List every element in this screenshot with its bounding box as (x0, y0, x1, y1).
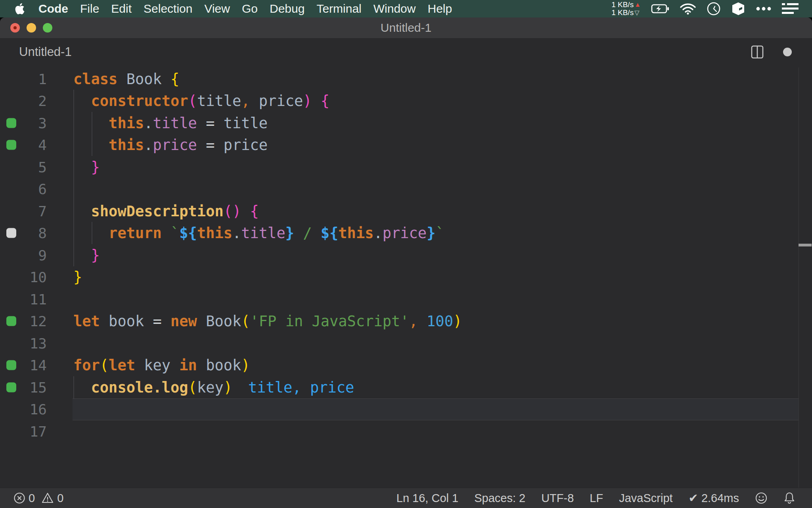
window-title: Untitled-1 (0, 17, 812, 38)
code-text: return `${this.title} / ${this.price}` (73, 225, 444, 242)
wifi-icon[interactable] (680, 3, 696, 15)
cursor-position[interactable]: Ln 16, Col 1 (396, 492, 458, 505)
code-text: class Book { (73, 70, 179, 87)
code-line-3[interactable]: 3 this.title = title (0, 112, 812, 134)
tab-untitled-1[interactable]: Untitled-1 (19, 45, 72, 59)
title-bar: Untitled-1 (0, 17, 812, 38)
menu-item-go[interactable]: Go (236, 2, 264, 15)
line-number: 2 (0, 93, 47, 109)
download-arrow-icon: ▽ (634, 9, 641, 17)
code-line-6[interactable]: 6 (0, 178, 812, 200)
menu-item-code[interactable]: Code (33, 2, 74, 15)
modified-dot[interactable] (783, 48, 792, 56)
encoding-setting[interactable]: UTF-8 (541, 492, 574, 505)
quokka-inline-output: title, price (248, 379, 354, 396)
menu-item-help[interactable]: Help (421, 2, 458, 15)
apple-icon[interactable] (14, 2, 26, 16)
line-number: 5 (0, 159, 47, 175)
perf-value: 2.64ms (701, 492, 739, 505)
ellipsis-icon[interactable] (756, 6, 772, 11)
menu-item-view[interactable]: View (198, 2, 236, 15)
split-editor-icon[interactable] (751, 45, 764, 59)
code-lines: 1class Book {2 constructor(title, price)… (0, 66, 812, 443)
line-number: 3 (0, 115, 47, 131)
code-line-1[interactable]: 1class Book { (0, 68, 812, 90)
code-text: console.log(key)title, price (73, 379, 354, 396)
error-count: 0 (29, 492, 35, 505)
menu-items: CodeFileEditSelectionViewGoDebugTerminal… (33, 2, 458, 15)
menu-item-window[interactable]: Window (368, 2, 422, 15)
line-number: 7 (0, 203, 47, 219)
line-number: 15 (0, 379, 47, 395)
code-text: constructor(title, price) { (73, 92, 329, 110)
code-line-8[interactable]: 8 return `${this.title} / ${this.price}` (0, 222, 812, 244)
battery-charging-icon[interactable] (651, 4, 669, 14)
eol-setting[interactable]: LF (590, 492, 603, 505)
code-text: } (73, 158, 100, 175)
quokka-perf[interactable]: ✔ 2.64ms (689, 491, 739, 505)
line-number: 16 (0, 401, 47, 418)
line-number: 10 (0, 269, 47, 285)
menu-item-file[interactable]: File (74, 2, 105, 15)
line-number: 1 (0, 71, 47, 87)
line-number: 13 (0, 335, 47, 351)
code-line-5[interactable]: 5 } (0, 156, 812, 178)
net-up-label: 1 KB/s (611, 1, 634, 9)
cube-app-icon[interactable] (731, 2, 745, 16)
upload-arrow-icon: ▲ (634, 1, 641, 9)
code-text: } (73, 269, 82, 286)
line-number: 14 (0, 357, 47, 373)
net-down-label: 1 KB/s (611, 9, 634, 17)
notifications-bell-icon[interactable] (783, 492, 795, 504)
menu-bar-status: 1 KB/s 1 KB/s ▲ ▽ (611, 0, 799, 17)
menu-item-edit[interactable]: Edit (105, 2, 138, 15)
code-line-11[interactable]: 11 (0, 288, 812, 310)
clock-icon[interactable] (707, 2, 721, 16)
code-text: this.title = title (73, 114, 268, 131)
code-text: showDescription() { (73, 202, 259, 219)
line-number: 8 (0, 225, 47, 241)
menu-item-debug[interactable]: Debug (264, 2, 310, 15)
code-text: this.price = price (73, 137, 268, 154)
code-line-17[interactable]: 17 (0, 420, 812, 443)
code-line-12[interactable]: 12let book = new Book('FP in JavaScript'… (0, 310, 812, 333)
warning-icon (41, 492, 54, 504)
menu-item-terminal[interactable]: Terminal (310, 2, 367, 15)
code-text: let book = new Book('FP in JavaScript', … (73, 313, 462, 330)
editor-tab-bar: Untitled-1 (0, 38, 812, 66)
feedback-smiley-icon[interactable] (755, 492, 768, 504)
code-line-16[interactable]: 16 (0, 398, 812, 421)
code-line-15[interactable]: 15 console.log(key)title, price (0, 376, 812, 398)
error-icon (13, 492, 25, 504)
line-number: 9 (0, 247, 47, 263)
code-line-2[interactable]: 2 constructor(title, price) { (0, 90, 812, 112)
code-line-7[interactable]: 7 showDescription() { (0, 200, 812, 222)
problems-indicator[interactable]: 0 0 (13, 492, 63, 505)
language-mode[interactable]: JavaScript (619, 492, 672, 505)
line-number: 11 (0, 291, 47, 307)
menu-bar: CodeFileEditSelectionViewGoDebugTerminal… (0, 0, 812, 17)
code-line-10[interactable]: 10} (0, 266, 812, 289)
list-icon[interactable] (782, 2, 799, 15)
line-number: 12 (0, 313, 47, 329)
code-line-14[interactable]: 14for(let key in book) (0, 354, 812, 377)
warning-count: 0 (57, 492, 63, 505)
line-number: 6 (0, 181, 47, 197)
vscode-window: Untitled-1 Untitled-1 1class Book {2 con… (0, 17, 812, 508)
menu-item-selection[interactable]: Selection (138, 2, 198, 15)
code-line-4[interactable]: 4 this.price = price (0, 134, 812, 156)
network-speed[interactable]: 1 KB/s 1 KB/s ▲ ▽ (611, 1, 641, 17)
status-bar: 0 0 Ln 16, Col 1 Spaces: 2 UTF-8 LF Java… (0, 488, 812, 508)
code-line-9[interactable]: 9 } (0, 244, 812, 266)
line-number: 17 (0, 423, 47, 439)
line-number: 4 (0, 137, 47, 153)
code-text: for(let key in book) (73, 357, 250, 374)
code-line-13[interactable]: 13 (0, 332, 812, 354)
code-editor[interactable]: 1class Book {2 constructor(title, price)… (0, 66, 812, 488)
indentation-setting[interactable]: Spaces: 2 (474, 492, 525, 505)
code-text: } (73, 246, 100, 264)
check-icon: ✔ (689, 491, 698, 505)
